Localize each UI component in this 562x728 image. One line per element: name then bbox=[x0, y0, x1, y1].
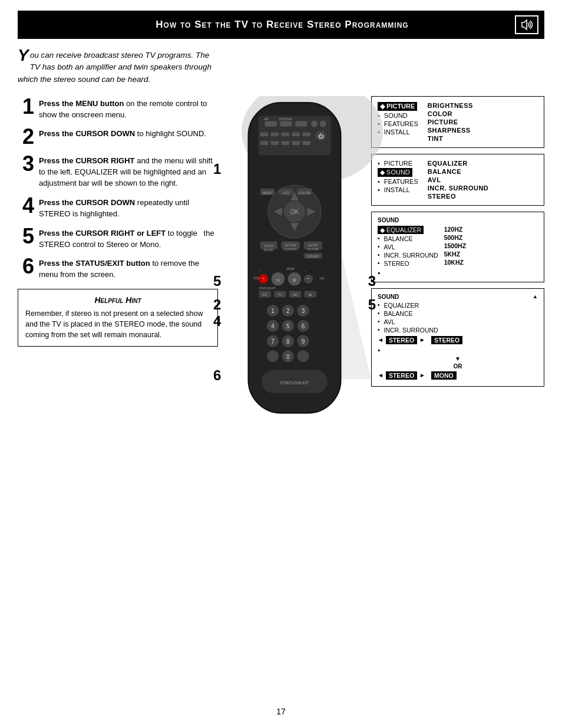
svg-text:⏯: ⏯ bbox=[309, 293, 312, 297]
svg-text:6: 6 bbox=[302, 323, 305, 330]
stereo-toggle-row: ◄ STEREO ► STEREO bbox=[378, 336, 538, 344]
step-label-4: 4 bbox=[213, 313, 221, 330]
step-label-1: 1 bbox=[213, 161, 221, 177]
svg-point-8 bbox=[311, 120, 318, 127]
hint-box: Helpful Hint Remember, if stereo is not … bbox=[18, 289, 218, 347]
step-text-1: Press the MENU button on the remote cont… bbox=[39, 96, 218, 121]
header-title: How to Set the TV to Receive Stereo Prog… bbox=[49, 19, 515, 31]
menu-panel-2: •PICTURE ◆ SOUND •FEATURES •INSTALL bbox=[371, 154, 544, 206]
menu-value-sharpness: SHARPNESS bbox=[428, 126, 473, 134]
svg-text:8: 8 bbox=[286, 338, 290, 345]
menu-value-brightness: BRIGHTNESS bbox=[428, 101, 473, 110]
svg-text:AUTO: AUTO bbox=[309, 243, 318, 247]
menu-panel-4: SOUND ▲ •EQUALIZER •BALANCE •AVL •INCR. … bbox=[371, 288, 544, 387]
step-6: 6 Press the STATUS/EXIT button to remove… bbox=[18, 256, 218, 281]
menu-item-avl-4: •AVL bbox=[378, 318, 538, 326]
step-number-1: 1 bbox=[18, 96, 34, 117]
menu-value-balance-2: BALANCE bbox=[428, 167, 489, 176]
svg-text:-: - bbox=[262, 274, 265, 281]
intro-text: Y ou can receive broadcast stereo TV pro… bbox=[18, 50, 218, 85]
step-text-6: Press the STATUS/EXIT button to remove t… bbox=[39, 256, 218, 281]
svg-text:PICTURE: PICTURE bbox=[308, 248, 319, 251]
step-number-6: 6 bbox=[18, 256, 34, 277]
menu-right-1: BRIGHTNESS COLOR PICTURE SHARPNESS TINT bbox=[428, 101, 473, 143]
steps-column: 1 Press the MENU button on the remote co… bbox=[18, 96, 218, 347]
svg-point-88 bbox=[267, 350, 279, 362]
hint-title: Helpful Hint bbox=[25, 295, 210, 305]
header-bar: How to Set the TV to Receive Stereo Prog… bbox=[18, 11, 544, 39]
svg-rect-13 bbox=[271, 132, 279, 136]
menu-value-color: COLOR bbox=[428, 110, 473, 118]
step-1: 1 Press the MENU button on the remote co… bbox=[18, 96, 218, 121]
svg-text:7: 7 bbox=[271, 338, 275, 345]
svg-rect-14 bbox=[282, 132, 289, 136]
svg-text:TV: TV bbox=[278, 293, 282, 297]
svg-rect-19 bbox=[282, 141, 289, 145]
svg-rect-5 bbox=[265, 121, 277, 126]
main-content: 1 Press the MENU button on the remote co… bbox=[18, 96, 544, 426]
svg-point-91 bbox=[297, 350, 309, 362]
step-number-3: 3 bbox=[18, 153, 34, 174]
svg-rect-16 bbox=[302, 132, 310, 136]
svg-rect-12 bbox=[260, 132, 268, 136]
step-number-4: 4 bbox=[18, 195, 34, 216]
svg-text:LIST: LIST bbox=[283, 191, 290, 195]
svg-text:STATUS/EXIT: STATUS/EXIT bbox=[280, 380, 309, 386]
menu-panel-3: SOUND ◆ EQUALIZER •BALANCE •AVL • bbox=[371, 212, 544, 282]
svg-text:3: 3 bbox=[302, 308, 305, 314]
svg-text:0: 0 bbox=[286, 354, 290, 360]
step-2: 2 Press the CURSOR DOWN to highlight SOU… bbox=[18, 126, 218, 147]
menu-item-balance-4: •BALANCE bbox=[378, 309, 538, 318]
remote-container: 1 5 2 4 3 5 6 bbox=[230, 96, 359, 426]
hint-text: Remember, if stereo is not present on a … bbox=[25, 308, 210, 340]
svg-text:MENU: MENU bbox=[263, 191, 272, 195]
step-label-3: 3 bbox=[368, 273, 376, 289]
svg-rect-17 bbox=[260, 141, 268, 145]
mono-toggle-row: ◄ STEREO ► MONO bbox=[378, 371, 538, 380]
page: How to Set the TV to Receive Stereo Prog… bbox=[0, 0, 562, 728]
remote-svg: ⏻ PIP POSITION bbox=[230, 96, 359, 426]
svg-text:9: 9 bbox=[302, 338, 305, 345]
svg-text:CH: CH bbox=[320, 276, 325, 280]
svg-text:⏻: ⏻ bbox=[318, 133, 324, 139]
svg-text:ROUND: ROUND bbox=[264, 249, 274, 252]
or-divider: ▼ bbox=[378, 355, 538, 362]
step-number-5: 5 bbox=[18, 226, 34, 247]
svg-rect-20 bbox=[292, 141, 300, 145]
step-label-5: 5 bbox=[213, 273, 221, 289]
menu-value-incr-surround-2: INCR. SURROUND bbox=[428, 184, 489, 192]
svg-text:HD: HD bbox=[293, 293, 297, 297]
step-text-2: Press the CURSOR DOWN to highlight SOUND… bbox=[39, 126, 206, 140]
menu-value-avl-2: AVL bbox=[428, 176, 489, 184]
menu-right-2: EQUALIZER BALANCE AVL INCR. SURROUND STE… bbox=[428, 159, 489, 200]
svg-text:SOUND: SOUND bbox=[307, 255, 319, 258]
big-letter: Y bbox=[18, 47, 29, 64]
right-column: ◆ PICTURE •SOUND •FEATURES •INSTALL bbox=[371, 96, 544, 387]
menu-value-stereo-2: STEREO bbox=[428, 192, 489, 200]
menu-value-tint: TINT bbox=[428, 134, 473, 143]
svg-rect-7 bbox=[295, 121, 307, 126]
svg-text:COLOR: COLOR bbox=[299, 191, 310, 195]
page-number: 17 bbox=[276, 707, 286, 716]
step-4: 4 Press the CURSOR DOWN repeatedly until… bbox=[18, 195, 218, 220]
svg-rect-18 bbox=[271, 141, 279, 145]
step-text-4: Press the CURSOR DOWN repeatedly until S… bbox=[39, 195, 218, 220]
menu-panel-1: ◆ PICTURE •SOUND •FEATURES •INSTALL bbox=[371, 96, 544, 148]
svg-text:-: - bbox=[308, 274, 310, 281]
intro-body: ou can receive broadcast stereo TV progr… bbox=[18, 51, 211, 84]
menu-value-equalizer-2: EQUALIZER bbox=[428, 159, 489, 167]
step-5: 5 Press the CURSOR RIGHT or LEFT to togg… bbox=[18, 226, 218, 251]
svg-text:2: 2 bbox=[286, 308, 290, 314]
svg-text:POSITION: POSITION bbox=[279, 118, 292, 121]
svg-text:AUTO: AUTO bbox=[265, 244, 274, 248]
svg-point-9 bbox=[320, 120, 326, 127]
menu-item-equalizer-4: •EQUALIZER bbox=[378, 301, 538, 309]
svg-text:5: 5 bbox=[286, 323, 290, 330]
step-label-5b: 5 bbox=[368, 297, 376, 313]
svg-text:PC: PC bbox=[263, 293, 267, 297]
sound-icon bbox=[515, 15, 538, 34]
svg-text:4: 4 bbox=[271, 323, 275, 330]
step-label-2: 2 bbox=[213, 297, 221, 313]
menu-value-picture: PICTURE bbox=[428, 118, 473, 126]
step-label-6: 6 bbox=[213, 367, 221, 384]
